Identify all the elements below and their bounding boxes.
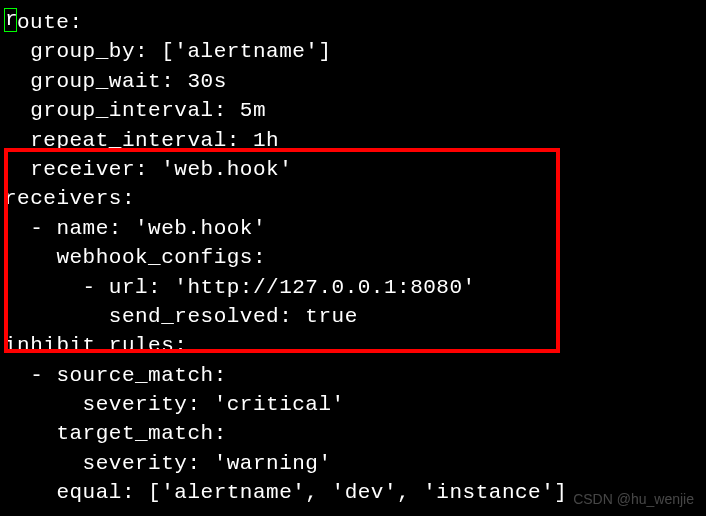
config-line: target_match: bbox=[4, 419, 702, 448]
text-segment: oute: bbox=[17, 11, 83, 34]
config-line: group_by: ['alertname'] bbox=[4, 37, 702, 66]
config-line: send_resolved: true bbox=[4, 302, 702, 331]
cursor-icon: r bbox=[4, 8, 17, 32]
config-line: - url: 'http://127.0.0.1:8080' bbox=[4, 273, 702, 302]
watermark-text: CSDN @hu_wenjie bbox=[573, 490, 694, 510]
config-line: group_interval: 5m bbox=[4, 96, 702, 125]
config-line: severity: 'critical' bbox=[4, 390, 702, 419]
config-line: inhibit_rules: bbox=[4, 331, 702, 360]
config-line: group_wait: 30s bbox=[4, 67, 702, 96]
config-line: repeat_interval: 1h bbox=[4, 126, 702, 155]
config-line: - name: 'web.hook' bbox=[4, 214, 702, 243]
config-line: route: bbox=[4, 8, 702, 37]
config-line: severity: 'warning' bbox=[4, 449, 702, 478]
config-line: receiver: 'web.hook' bbox=[4, 155, 702, 184]
config-line: webhook_configs: bbox=[4, 243, 702, 272]
config-line: receivers: bbox=[4, 184, 702, 213]
config-line: - source_match: bbox=[4, 361, 702, 390]
